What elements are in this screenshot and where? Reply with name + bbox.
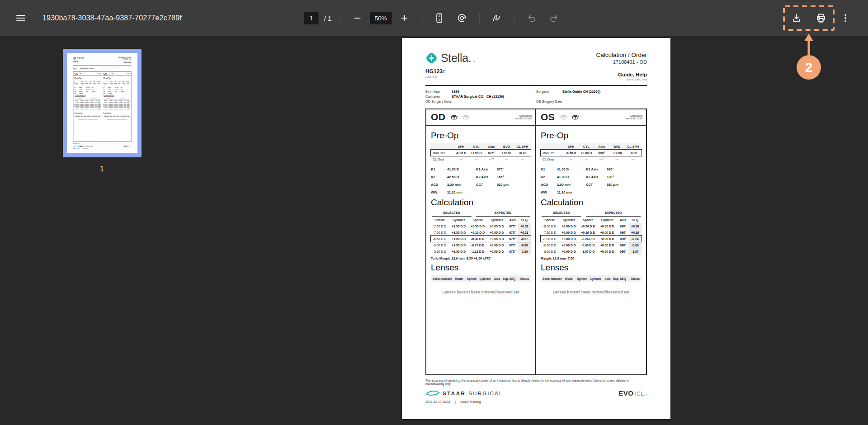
eye-panel-od: OD Calculated with 8.00 CUSPre-OpSPHCYLA… [425,109,536,375]
zoom-in-button[interactable] [394,9,414,27]
disclaimer-text: The accuracy of predicting the necessary… [73,142,131,144]
preop-title: Pre-Op [541,131,642,141]
preop-cell: -6.00 D [453,150,469,156]
preop-cell: — [80,84,84,86]
calculation-table: SphereCylinderSphereCylinderAxisSEQ-8.00… [541,217,642,255]
lenses-empty-message: Lenses haven't been ordered/reserved yet [74,119,100,120]
preop-cell: CL Over [74,84,80,86]
plus-icon [401,14,408,22]
calc-header-cell: Cylinder [559,217,579,223]
preop-cell: CL Over [541,156,563,162]
fit-page-icon [435,13,443,23]
evo-icl-logo: EVO ICL ™ [123,145,131,147]
k-label: K1 [103,87,107,88]
lens-summary: Toric Myopic 12.6 mm -6.50 +1.50 x075° [74,110,100,111]
lenses-table: Serial NumberModelSphereCylinderAxisExp.… [103,115,130,117]
k-value: 11.20 mm [557,190,586,195]
k-label: ACD [74,91,78,92]
calc-cell: -0.27 [518,236,531,242]
k-label [586,190,607,195]
calc-cell: -6.50 D D [541,242,559,248]
lenses-header-cell: Sphere [466,275,478,282]
lenses-header-cell: Exp. SEQ [502,275,516,282]
preop-cell: 090° [594,150,609,156]
calc-cell: -7.50 D D [431,223,448,229]
calc-cell: -7.00 D D [541,236,559,242]
eye-panel-os: OS Calculated with 8.00 CUSPre-OpSPHCYLA… [536,109,647,375]
preop-cell: Man Ref [541,150,563,156]
calc-cell: +0.06 D D [486,248,507,255]
preop-header-row: SPHCYLAxisBVDCL SPH [431,143,531,150]
calculation-table: SphereCylinderSphereCylinderAxisSEQ-7.50… [431,217,531,255]
calc-group-headers: SELECTEDEXPECTED [431,211,531,217]
calc-cell: -7.50 D D [541,229,559,236]
staar-surgical-logo: STAAR SURGICAL [425,390,503,397]
eye-panel-od: OD Calculated with 8.00 CUSPre-OpSPHCYLA… [73,71,102,142]
preop-cell: — [625,156,642,162]
menu-button[interactable] [11,9,31,27]
calc-cell: -1.09 [97,108,100,110]
lenses-header-cell: Cylinder [478,275,492,282]
print-button[interactable] [811,9,831,27]
k-label: WW [103,93,107,94]
preop-cell: +1.50 D [469,150,484,156]
page-number-input[interactable] [304,12,319,24]
k-label: CCT [115,91,120,92]
fit-page-button[interactable] [429,9,449,27]
zoom-level[interactable]: 50% [370,12,392,24]
staar-logo-text-bold: STAAR [443,391,466,396]
lenses-empty-message: Lenses haven't been ordered/reserved yet [431,290,531,294]
thumbnail-preview: Stella. ™ HG123F Patient ID Calculation … [67,53,137,153]
k-label: K1 [431,167,447,172]
preop-header-cell: CL SPH [514,143,531,150]
calc-header-cell: Sphere [469,217,486,223]
lens-summary: Myopic 12.6 mm -7.00 [541,256,642,260]
annotate-button[interactable] [486,9,506,27]
calc-cell: +0.16 [629,229,642,236]
preop-cell: — [499,156,514,162]
zoom-out-button[interactable] [347,9,367,27]
rotate-button[interactable] [452,9,472,27]
k-value: 510 μm [607,182,642,188]
header-rule [425,85,647,86]
preop-cell: — [579,156,594,162]
k-label: K2 [103,89,107,90]
calc-cell: +0.05 D D [486,229,507,236]
k-label: ACD [103,91,107,92]
info-row: OS Surgery Date— [536,99,647,104]
calc-header-cell: Axis [507,217,518,223]
undo-button[interactable] [521,9,541,27]
calc-header-cell: Sphere [541,217,559,223]
preop-header-cell: BVD [609,143,625,150]
k-value [607,190,642,195]
stella-wordmark: Stella. [77,57,85,60]
preop-cell: — [109,84,113,86]
k-value: 42.50 D [447,175,476,180]
info-row: OD Surgery Date— [73,69,102,70]
staar-eye-icon [425,390,440,397]
lenses-header-cell: Cylinder [116,115,119,117]
pen-squiggle-icon [491,14,501,23]
lenses-header-cell: Exp. SEQ [612,275,627,282]
download-button[interactable] [787,9,807,27]
calc-header-row: SphereCylinderSphereCylinderAxisSEQ [541,217,642,223]
page-thumbnail[interactable]: Stella. ™ HG123F Patient ID Calculation … [63,49,142,157]
calc-cell: -0.66 [629,242,642,248]
more-options-button[interactable] [835,9,855,27]
calc-row: -8.00 D D+0.00 D D+0.56 D D+0.00 D D090°… [541,223,642,229]
k-label: WW [431,190,447,195]
calc-cell: 075° [507,229,518,236]
preop-cell: — [453,156,469,162]
k-label: K1 Axis [476,167,497,172]
stamp-timestamp: 2025-10-17 16:31 [425,400,450,403]
preop-cell: —° [484,156,499,162]
lenses-header-cell: Status [627,275,642,282]
k-label: K2 Axis [115,89,120,90]
lenses-header-cell: Sphere [576,275,588,282]
calc-cell: -0.68 [518,242,531,248]
redo-button[interactable] [544,9,564,27]
info-value: Stella Guide CH (22160) [562,89,600,94]
calc-cell: -1.07 [629,248,642,255]
lenses-header-cell: Status [516,275,531,282]
preop-cell: — [84,84,88,86]
